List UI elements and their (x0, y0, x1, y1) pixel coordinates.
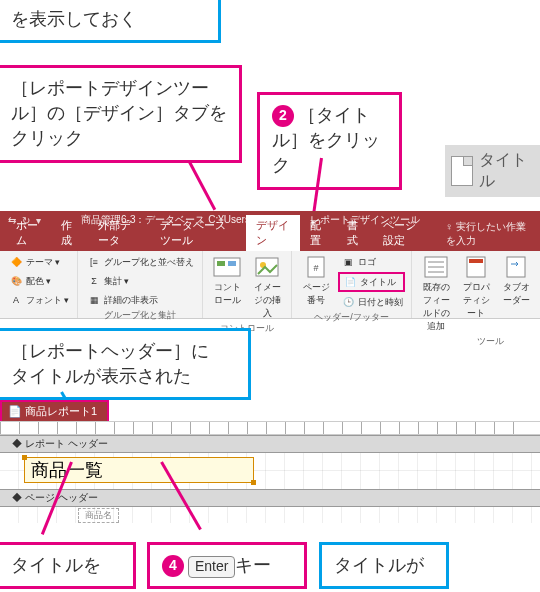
group-grouping-label: グループ化と集計 (84, 309, 196, 324)
title-button[interactable]: 📄タイトル (338, 272, 405, 292)
callout-result-l2: タイトルが表示された (11, 364, 236, 389)
callout-text: を表示しておく (11, 9, 137, 29)
datetime-label: 日付と時刻 (358, 296, 403, 309)
enter-key: Enter (188, 556, 235, 578)
insert-image-button[interactable]: イメージの挿入 (249, 253, 285, 322)
controls-label: コントロール (213, 281, 241, 307)
callout-bottom-result: タイトルが (319, 542, 449, 589)
callout-step4-tail: キー (235, 555, 271, 575)
group-sort-icon: [≡ (86, 254, 102, 270)
group-headerfooter-label: ヘッダー/フッター (298, 311, 405, 326)
callout-result: ［レポートヘッダー］に タイトルが表示された (0, 328, 251, 400)
propsheet-button[interactable]: プロパティシート (458, 253, 494, 322)
svg-rect-13 (507, 257, 525, 277)
sigma-icon: Σ (86, 273, 102, 289)
context-tab-title: レポートデザインツール (310, 213, 420, 227)
addfields-button[interactable]: 既存のフィールドの追加 (418, 253, 454, 335)
taborder-icon (502, 255, 530, 279)
addfields-icon (422, 255, 450, 279)
horizontal-ruler (0, 421, 540, 435)
group-tools: 既存のフィールドの追加 プロパティシート タブオーダー 📊 ≡ ▭ ツール (412, 251, 540, 318)
pagenum-icon: # (302, 255, 330, 279)
group-sort-button[interactable]: [≡グループ化と並べ替え (84, 253, 196, 271)
tab-tellme[interactable]: ♀ 実行したい作業を入力 (436, 217, 540, 251)
qat-undo-icon[interactable]: ⇆ (8, 215, 16, 226)
logo-button[interactable]: ▣ロゴ (338, 253, 405, 271)
colors-icon: 🎨 (8, 273, 24, 289)
tab-design[interactable]: デザイン (246, 215, 300, 251)
fonts-label: フォント (26, 294, 62, 307)
badge-4: 4 (162, 555, 184, 577)
title-icon (451, 156, 473, 186)
group-headerfooter: # ページ番号 ▣ロゴ 📄タイトル 🕒日付と時刻 ヘッダー/フッター (292, 251, 412, 318)
group-themes: 🔶テーマ▾ 🎨配色▾ Aフォント▾ (0, 251, 78, 318)
pagenum-label: ページ番号 (302, 281, 330, 307)
callout-bottom-text: タイトルが (334, 555, 424, 575)
ribbon-area: ⇆ ↻ ▾ 商品管理6-3：データベース C:¥Users レポートデザインツー… (0, 211, 540, 319)
tab-tellme-text: 実行したい作業を入力 (446, 221, 526, 246)
group-sort-label: グループ化と並べ替え (104, 256, 194, 269)
addfields-label: 既存のフィールドの追加 (422, 281, 450, 333)
title-control[interactable]: 商品一覧 (24, 457, 254, 483)
callout-step3-text: タイトルを (11, 555, 101, 575)
callout-step2: 2［タイトル］をクリック (257, 92, 402, 190)
pagenum-button[interactable]: # ページ番号 (298, 253, 334, 309)
ribbon-body: 🔶テーマ▾ 🎨配色▾ Aフォント▾ [≡グループ化と並べ替え Σ集計▾ ▦詳細の… (0, 251, 540, 319)
field-label[interactable]: 商品名 (78, 508, 119, 523)
document-tab[interactable]: 📄 商品レポート1 (0, 400, 109, 421)
group-grouping: [≡グループ化と並べ替え Σ集計▾ ▦詳細の非表示 グループ化と集計 (78, 251, 203, 318)
window-title: 商品管理6-3：データベース C:¥Users (81, 213, 250, 227)
section-ph-label: ページ ヘッダー (25, 492, 98, 503)
section-rh-label: レポート ヘッダー (25, 438, 108, 449)
title-big-label: タイトル (479, 150, 534, 192)
colors-button[interactable]: 🎨配色▾ (6, 272, 71, 290)
svg-rect-1 (217, 261, 225, 266)
totals-button[interactable]: Σ集計▾ (84, 272, 196, 290)
ribbon-tabs: ホーム 作成 外部データ データベースツール デザイン 配置 書式 ページ設定 … (0, 229, 540, 251)
qat-dropdown-icon[interactable]: ▾ (36, 215, 41, 226)
callout-step3: タイトルを (0, 542, 136, 589)
report-header-area[interactable]: 商品一覧 (0, 453, 540, 489)
datetime-button[interactable]: 🕒日付と時刻 (338, 293, 405, 311)
controls-button[interactable]: コントロール (209, 253, 245, 309)
svg-rect-2 (228, 261, 236, 266)
callout-step1-text: ［レポートデザインツール］の［デザイン］タブをクリック (11, 78, 227, 148)
callout-precondition: を表示しておく (0, 0, 221, 43)
arrow-step1 (188, 161, 216, 210)
colors-label: 配色 (26, 275, 44, 288)
logo-label: ロゴ (358, 256, 376, 269)
callout-step4: 4Enterキー (147, 542, 307, 589)
fonts-button[interactable]: Aフォント▾ (6, 291, 71, 309)
totals-label: 集計 (104, 275, 122, 288)
image-label: イメージの挿入 (253, 281, 281, 320)
logo-icon: ▣ (340, 254, 356, 270)
taborder-label: タブオーダー (502, 281, 530, 307)
hide-details-label: 詳細の非表示 (104, 294, 158, 307)
title-big-button[interactable]: タイトル (445, 145, 540, 197)
page-header-area[interactable]: 商品名 (0, 507, 540, 523)
title-label: タイトル (360, 276, 396, 289)
design-surface: 📄 商品レポート1 ◆ レポート ヘッダー 商品一覧 ◆ ページ ヘッダー 商品… (0, 400, 540, 523)
qat-redo-icon[interactable]: ↻ (22, 215, 30, 226)
svg-rect-0 (214, 258, 240, 276)
callout-step1: ［レポートデザインツール］の［デザイン］タブをクリック (0, 65, 242, 163)
svg-rect-12 (469, 259, 483, 263)
section-page-header[interactable]: ◆ ページ ヘッダー (0, 489, 540, 507)
image-icon (253, 255, 281, 279)
themes-icon: 🔶 (8, 254, 24, 270)
document-tab-text: 商品レポート1 (25, 405, 97, 417)
themes-button[interactable]: 🔶テーマ▾ (6, 253, 71, 271)
quick-access-toolbar[interactable]: ⇆ ↻ ▾ (8, 215, 41, 226)
section-report-header[interactable]: ◆ レポート ヘッダー (0, 435, 540, 453)
hide-details-button[interactable]: ▦詳細の非表示 (84, 291, 196, 309)
taborder-button[interactable]: タブオーダー (498, 253, 534, 309)
fonts-icon: A (8, 292, 24, 308)
controls-icon (213, 255, 241, 279)
propsheet-icon (462, 255, 490, 279)
themes-label: テーマ (26, 256, 53, 269)
svg-text:#: # (313, 263, 318, 273)
badge-2: 2 (272, 105, 294, 127)
clock-icon: 🕒 (340, 294, 356, 310)
callout-result-l1: ［レポートヘッダー］に (11, 339, 236, 364)
propsheet-label: プロパティシート (462, 281, 490, 320)
